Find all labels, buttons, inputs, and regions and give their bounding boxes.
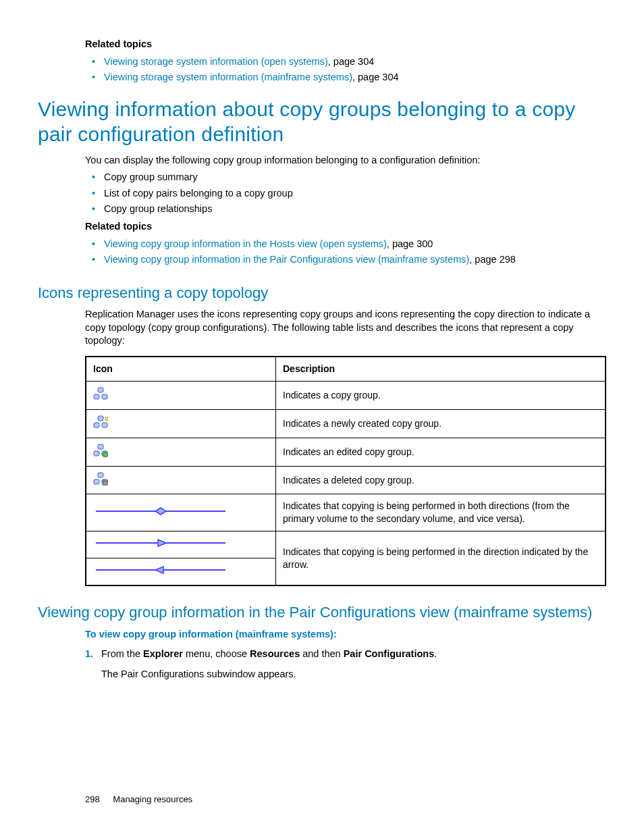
svg-marker-17 <box>155 508 166 515</box>
svg-point-10 <box>103 452 108 457</box>
related-topics-list-2: Viewing copy group information in the Ho… <box>85 238 606 267</box>
table-row: Indicates an edited copy group. <box>86 438 606 466</box>
svg-rect-11 <box>98 473 103 477</box>
step-number: 1. <box>85 648 101 681</box>
desc-cell: Indicates that copying is being performe… <box>276 531 606 585</box>
icon-cell <box>86 381 276 409</box>
svg-rect-3 <box>98 416 103 421</box>
step-text: . <box>434 648 437 659</box>
svg-rect-2 <box>102 394 107 399</box>
page-ref: , page 298 <box>469 254 516 265</box>
svg-rect-12 <box>94 479 99 484</box>
page-footer: 298 Managing resources <box>85 793 192 806</box>
page-ref: , page 304 <box>352 72 399 82</box>
icon-cell <box>86 466 276 494</box>
svg-rect-5 <box>102 423 107 427</box>
icons-paragraph: Replication Manager uses the icons repre… <box>85 308 606 348</box>
intro-paragraph: You can display the following copy group… <box>85 154 606 167</box>
related-link[interactable]: Viewing copy group information in the Ho… <box>104 238 387 249</box>
desc-cell: Indicates a copy group. <box>276 381 606 409</box>
icon-cell <box>86 494 276 531</box>
list-item: List of copy pairs belonging to a copy g… <box>85 187 606 201</box>
table-row: Indicates a deleted copy group. <box>86 466 606 494</box>
page-number: 298 <box>85 794 100 804</box>
step-body: From the Explorer menu, choose Resources… <box>101 648 606 681</box>
svg-marker-19 <box>158 540 166 546</box>
icon-cell <box>86 438 276 466</box>
right-arrow-icon <box>93 537 228 552</box>
related-link[interactable]: Viewing copy group information in the Pa… <box>104 254 469 265</box>
procedure-heading: To view copy group information (mainfram… <box>85 628 606 642</box>
subsection-pairconfig-heading: Viewing copy group information in the Pa… <box>38 602 606 623</box>
list-item: Viewing storage system information (main… <box>85 71 606 84</box>
svg-rect-1 <box>94 394 99 399</box>
related-link[interactable]: Viewing storage system information (open… <box>104 56 328 67</box>
svg-rect-15 <box>103 480 108 481</box>
page-ref: , page 300 <box>387 238 433 249</box>
step-text: From the <box>101 648 143 659</box>
section-heading-main: Viewing information about copy groups be… <box>38 97 606 147</box>
menu-explorer: Explorer <box>143 648 183 659</box>
table-row: Indicates that copying is being performe… <box>86 494 606 531</box>
intro-list: Copy group summary List of copy pairs be… <box>85 171 606 216</box>
related-topics-heading-1: Related topics <box>85 38 606 51</box>
menu-pair-configurations: Pair Configurations <box>344 648 435 659</box>
new-copy-group-icon <box>93 415 108 432</box>
desc-cell: Indicates an edited copy group. <box>276 438 606 466</box>
svg-rect-8 <box>94 451 99 456</box>
th-icon: Icon <box>86 357 276 381</box>
table-row: Indicates a copy group. <box>86 381 606 409</box>
desc-cell: Indicates a newly created copy group. <box>276 409 606 438</box>
icon-cell <box>86 558 276 585</box>
icon-cell <box>86 409 276 438</box>
list-item: Copy group relationships <box>85 203 606 216</box>
related-link[interactable]: Viewing storage system information (main… <box>104 72 352 82</box>
list-item: Copy group summary <box>85 171 606 184</box>
deleted-copy-group-icon <box>93 472 108 489</box>
step-result: The Pair Configurations subwindow appear… <box>101 668 606 681</box>
page-ref: , page 304 <box>328 56 375 67</box>
procedure-step: 1. From the Explorer menu, choose Resour… <box>85 648 606 681</box>
desc-cell: Indicates a deleted copy group. <box>276 466 606 494</box>
svg-marker-21 <box>155 567 163 573</box>
copy-group-icon <box>93 387 108 404</box>
related-topics-heading-2: Related topics <box>85 220 606 234</box>
footer-title: Managing resources <box>113 794 192 804</box>
svg-rect-7 <box>98 444 103 449</box>
step-text: and then <box>300 648 344 659</box>
related-topics-list-1: Viewing storage system information (open… <box>85 55 606 84</box>
list-item: Viewing copy group information in the Pa… <box>85 253 606 267</box>
subsection-icons-heading: Icons representing a copy topology <box>38 283 606 303</box>
icon-cell <box>86 531 276 558</box>
both-directions-arrow-icon <box>93 505 228 521</box>
icon-table: Icon Description Indicates a copy group. <box>85 356 606 586</box>
table-row: Indicates that copying is being performe… <box>86 531 606 558</box>
desc-cell: Indicates that copying is being performe… <box>276 494 606 531</box>
svg-rect-0 <box>98 388 103 392</box>
th-description: Description <box>276 357 606 381</box>
list-item: Viewing storage system information (open… <box>85 55 606 69</box>
left-arrow-icon <box>93 564 228 579</box>
edited-copy-group-icon <box>93 444 108 461</box>
svg-marker-6 <box>105 417 108 421</box>
step-text: menu, choose <box>183 648 250 659</box>
list-item: Viewing copy group information in the Ho… <box>85 238 606 251</box>
svg-rect-4 <box>94 423 99 427</box>
menu-resources: Resources <box>250 648 300 659</box>
table-row: Indicates a newly created copy group. <box>86 409 606 438</box>
